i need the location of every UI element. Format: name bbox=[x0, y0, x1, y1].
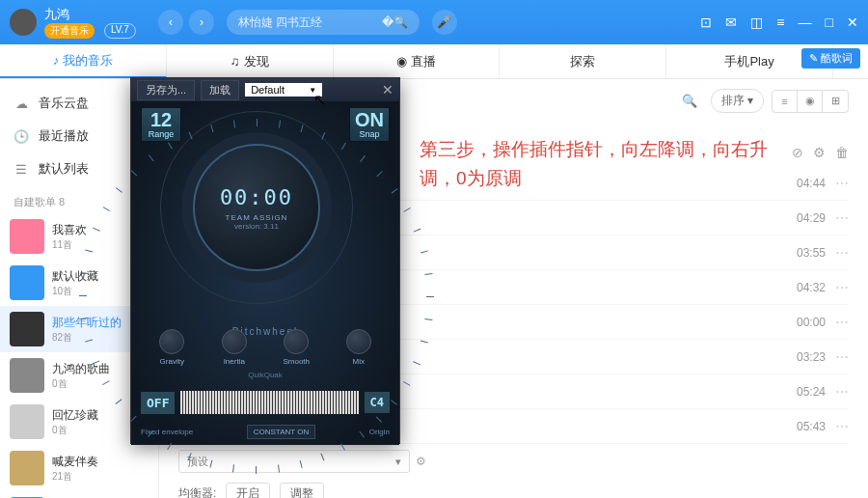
view-list-button[interactable]: ≡ bbox=[773, 91, 798, 112]
close-icon[interactable]: ✕ bbox=[382, 82, 393, 97]
lyrics-button[interactable]: ✎ 酷歌词 bbox=[801, 48, 860, 69]
more-icon[interactable]: ⋯ bbox=[835, 280, 849, 295]
search-input[interactable]: 林怡婕 四书五经 �🔍 bbox=[227, 10, 420, 35]
settings-icon[interactable]: ⚙ bbox=[416, 455, 426, 468]
close-button[interactable]: ✕ bbox=[847, 14, 858, 30]
menu-icon[interactable]: ≡ bbox=[776, 14, 784, 30]
plugin-window: 另存为... 加载 Default ✕ 12 Range ON Snap 00:… bbox=[130, 77, 400, 444]
skin-icon[interactable]: ◫ bbox=[750, 14, 763, 30]
more-icon[interactable]: ⋯ bbox=[835, 245, 849, 261]
load-button[interactable]: 加载 bbox=[201, 80, 239, 100]
avatar[interactable] bbox=[10, 9, 37, 36]
more-icon[interactable]: ⋯ bbox=[835, 384, 849, 400]
knob-gravity[interactable]: Gravity bbox=[157, 329, 186, 366]
snap-display[interactable]: ON Snap bbox=[349, 107, 390, 142]
playlist-item[interactable]: 喊麦伴奏21首 bbox=[0, 445, 158, 491]
gear-icon[interactable]: ⚙ bbox=[813, 145, 826, 160]
playlist-item[interactable]: 高音质歌曲伴奏 bbox=[0, 491, 158, 498]
off-toggle[interactable]: OFF bbox=[141, 392, 175, 414]
search-icon[interactable]: 🔍 bbox=[682, 94, 697, 108]
view-detail-button[interactable]: ◉ bbox=[798, 91, 823, 112]
trash-icon[interactable]: 🗑 bbox=[835, 145, 849, 160]
origin-note[interactable]: C4 bbox=[365, 392, 390, 413]
cloud-icon: ☁ bbox=[14, 96, 29, 111]
app-header: 九鸿 开通音乐 LV.7 ‹ › 林怡婕 四书五经 �🔍 🎤 ⊡ ✉ ◫ ≡ —… bbox=[0, 0, 868, 44]
view-grid-button[interactable]: ⊞ bbox=[823, 91, 848, 112]
more-icon[interactable]: ⋯ bbox=[835, 315, 849, 330]
cursor-icon: ↖ bbox=[313, 91, 326, 109]
plugin-titlebar[interactable]: 另存为... 加载 Default ✕ bbox=[131, 78, 399, 101]
block-icon[interactable]: ⊘ bbox=[792, 145, 803, 160]
more-icon[interactable]: ⋯ bbox=[835, 349, 849, 365]
more-icon[interactable]: ⋯ bbox=[835, 176, 849, 191]
nav-back-button[interactable]: ‹ bbox=[158, 10, 183, 35]
eq-open-button[interactable]: 开启 bbox=[226, 483, 270, 498]
knob-inertia[interactable]: Inertia bbox=[220, 329, 249, 366]
save-as-button[interactable]: 另存为... bbox=[137, 80, 195, 100]
sort-button[interactable]: 排序 ▾ bbox=[711, 89, 764, 113]
annotation-text: 第三步，操作插件指针，向左降调，向右升调，0为原调 bbox=[420, 135, 786, 194]
dial-center[interactable]: 00:00 TEAM ASSiGN version: 3.11 bbox=[193, 144, 320, 271]
devices-icon[interactable]: ⊡ bbox=[700, 14, 712, 30]
vip-badge[interactable]: 开通音乐 bbox=[44, 23, 95, 39]
list-icon: ☰ bbox=[14, 161, 29, 177]
tab-my-music[interactable]: ♪我的音乐 bbox=[0, 44, 167, 78]
nav-forward-button[interactable]: › bbox=[189, 10, 214, 35]
view-toggle: ≡ ◉ ⊞ bbox=[772, 90, 849, 113]
search-icon[interactable]: �🔍 bbox=[382, 15, 408, 29]
preset-select[interactable]: Default bbox=[245, 83, 322, 97]
tab-discover[interactable]: ♫发现 bbox=[167, 44, 334, 78]
username[interactable]: 九鸿 开通音乐 LV.7 bbox=[44, 6, 136, 39]
eq-label: 均衡器: bbox=[178, 485, 216, 498]
piano-keyboard[interactable] bbox=[180, 391, 358, 414]
messages-icon[interactable]: ✉ bbox=[725, 14, 737, 30]
knob-mix[interactable]: Mix bbox=[344, 329, 373, 366]
level-badge: LV.7 bbox=[104, 23, 136, 39]
time-display: 00:00 bbox=[220, 185, 293, 209]
eq-adjust-button[interactable]: 调整 bbox=[280, 483, 324, 498]
more-icon[interactable]: ⋯ bbox=[835, 419, 849, 434]
more-icon[interactable]: ⋯ bbox=[835, 210, 849, 226]
preset-dropdown[interactable]: 预设▾ bbox=[178, 450, 410, 473]
minimize-button[interactable]: — bbox=[799, 14, 812, 30]
main-tabs: ♪我的音乐 ♫发现 ◉直播 探索 手机Play + ✎ 酷歌词 bbox=[0, 44, 868, 79]
constant-on-button[interactable]: CONSTANT ON bbox=[247, 425, 315, 439]
tab-live[interactable]: ◉直播 bbox=[334, 44, 501, 78]
clock-icon: 🕒 bbox=[14, 128, 29, 144]
voice-button[interactable]: 🎤 bbox=[432, 10, 457, 35]
tab-explore[interactable]: 探索 bbox=[500, 44, 666, 78]
maximize-button[interactable]: □ bbox=[826, 14, 833, 30]
knob-smooth[interactable]: Smooth bbox=[282, 329, 311, 366]
